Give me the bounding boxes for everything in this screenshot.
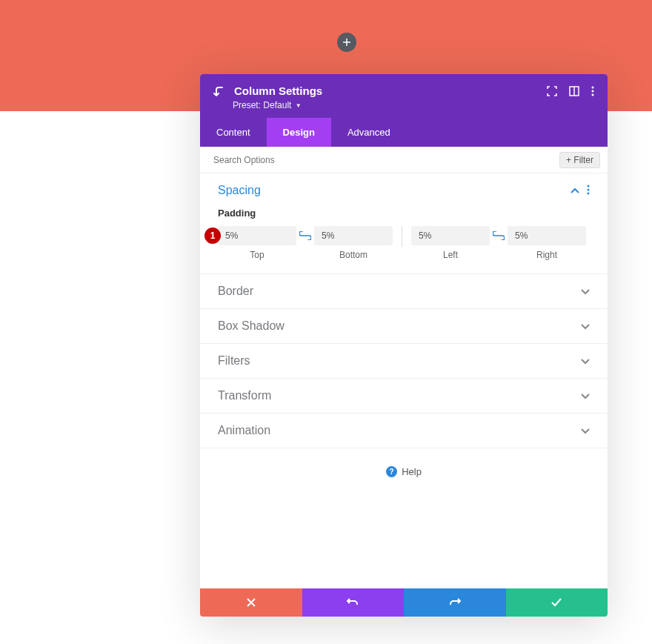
search-row: + Filter	[200, 147, 608, 173]
search-input[interactable]	[213, 155, 559, 165]
link-icon[interactable]	[296, 231, 314, 240]
caret-down-icon: ▼	[296, 102, 302, 109]
padding-subtitle: Padding	[218, 208, 590, 219]
section-header-animation[interactable]: Animation	[200, 414, 608, 448]
padding-right-label: Right	[508, 250, 586, 260]
section-transform: Transform	[200, 379, 608, 414]
chevron-up-icon	[570, 184, 579, 197]
padding-bottom-input[interactable]	[314, 226, 393, 245]
column-settings-modal: Column Settings Preset: Default ▼ Conten…	[200, 74, 608, 617]
section-title: Transform	[218, 389, 271, 402]
modal-footer	[200, 588, 608, 617]
section-header-border[interactable]: Border	[200, 274, 608, 308]
svg-point-4	[592, 93, 594, 96]
chevron-down-icon	[581, 424, 590, 437]
close-button[interactable]	[200, 588, 302, 617]
padding-left-input[interactable]	[411, 226, 490, 245]
snap-icon[interactable]	[569, 86, 579, 96]
section-more-icon[interactable]	[587, 185, 590, 197]
section-title: Border	[218, 285, 253, 298]
section-filters: Filters	[200, 344, 608, 379]
section-title: Animation	[218, 424, 270, 437]
add-section-button[interactable]	[337, 33, 356, 52]
vertical-divider	[402, 226, 402, 247]
tab-design[interactable]: Design	[267, 118, 331, 147]
svg-point-7	[588, 192, 590, 194]
tab-content[interactable]: Content	[200, 118, 267, 147]
tab-advanced[interactable]: Advanced	[331, 118, 407, 147]
section-box-shadow: Box Shadow	[200, 309, 608, 344]
annotation-marker-1: 1	[204, 228, 221, 244]
section-header-filters[interactable]: Filters	[200, 344, 608, 378]
plus-icon: +	[566, 155, 573, 165]
padding-grid: 1 Top Bottom	[218, 226, 590, 260]
padding-bottom-label: Bottom	[314, 250, 393, 260]
preset-selector[interactable]: Preset: Default ▼	[233, 100, 594, 110]
modal-title: Column Settings	[234, 84, 322, 97]
padding-top-label: Top	[218, 250, 296, 260]
section-header-transform[interactable]: Transform	[200, 379, 608, 413]
help-row[interactable]: ? Help	[200, 448, 608, 588]
spacing-body: Padding 1 Top Bottom	[200, 208, 608, 273]
section-animation: Animation	[200, 414, 608, 448]
svg-point-5	[588, 185, 590, 187]
modal-header: Column Settings Preset: Default ▼	[200, 74, 608, 118]
padding-right-input[interactable]	[508, 226, 586, 245]
chevron-down-icon	[581, 389, 590, 402]
back-icon[interactable]	[213, 86, 225, 96]
chevron-down-icon	[581, 319, 590, 333]
section-border: Border	[200, 274, 608, 309]
chevron-down-icon	[581, 354, 590, 368]
svg-point-6	[588, 188, 590, 190]
section-header-spacing[interactable]: Spacing	[200, 173, 608, 208]
redo-button[interactable]	[404, 588, 506, 617]
link-icon[interactable]	[490, 231, 508, 240]
help-icon: ?	[386, 466, 397, 477]
undo-button[interactable]	[302, 588, 405, 617]
section-spacing: Spacing Padding 1	[200, 173, 608, 274]
padding-top-input[interactable]	[218, 226, 296, 245]
tabs: Content Design Advanced	[200, 118, 608, 147]
section-title: Box Shadow	[218, 319, 285, 333]
filter-button[interactable]: + Filter	[559, 152, 600, 168]
svg-point-2	[592, 86, 594, 88]
svg-point-3	[592, 90, 594, 92]
section-title: Spacing	[218, 184, 261, 197]
confirm-button[interactable]	[506, 588, 608, 617]
chevron-down-icon	[581, 285, 590, 298]
more-icon[interactable]	[591, 86, 594, 96]
section-header-box-shadow[interactable]: Box Shadow	[200, 309, 608, 343]
padding-left-label: Left	[411, 250, 490, 260]
help-label: Help	[402, 466, 422, 477]
section-title: Filters	[218, 354, 250, 368]
fullscreen-icon[interactable]	[547, 86, 557, 96]
